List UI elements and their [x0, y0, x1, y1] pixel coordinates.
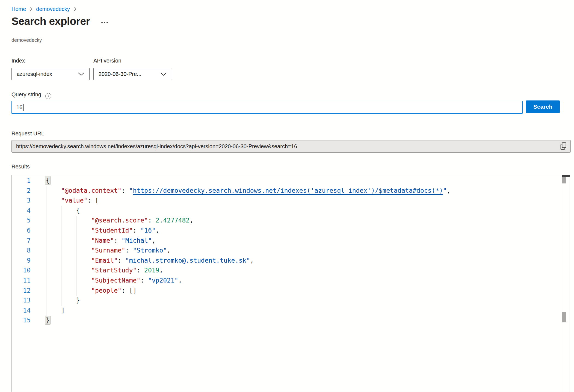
code-line: "Surname": "Stromko", [46, 245, 562, 256]
code-token: , [250, 257, 254, 264]
query-string-label: Query string [11, 91, 41, 97]
code-token [46, 227, 91, 234]
copy-button[interactable] [559, 142, 568, 150]
results-json-editor: 123456789101112131415 { "@odata.context"… [11, 175, 570, 392]
code-token: "SubjectName" [91, 277, 140, 284]
code-token [46, 217, 91, 224]
code-line: "people": [] [46, 286, 562, 296]
code-line: } [46, 295, 562, 305]
search-button[interactable]: Search [526, 100, 560, 113]
request-url-input[interactable] [11, 140, 571, 153]
code-token [46, 277, 91, 284]
code-token: "people" [91, 287, 122, 294]
page-subtitle: demovedecky [11, 37, 42, 43]
query-string-input[interactable] [11, 101, 523, 114]
chevron-down-icon [160, 72, 167, 76]
scrollbar-thumb[interactable] [562, 177, 566, 183]
copy-icon [560, 147, 567, 151]
code-token: : [125, 247, 133, 254]
code-token: "Michal" [122, 237, 152, 244]
code-link[interactable]: https://demovedecky.search.windows.net/i… [133, 187, 443, 194]
code-token: { [45, 176, 50, 185]
code-token: : [ [87, 197, 99, 204]
code-token: , [152, 237, 156, 244]
indent-guide [46, 186, 46, 316]
text-caret [23, 104, 24, 111]
code-token: : [114, 237, 122, 244]
code-line: "value": [ [46, 195, 562, 206]
code-token: "Surname" [91, 247, 125, 254]
code-token: : [148, 217, 156, 224]
chevron-right-icon [73, 7, 76, 11]
line-number: 14 [12, 305, 46, 316]
overview-ruler-bracket-mark [562, 312, 566, 322]
line-number: 8 [12, 245, 46, 256]
code-line: { [46, 206, 562, 216]
api-version-label: API version [93, 58, 121, 64]
line-number: 7 [12, 236, 46, 246]
code-token: "Name" [91, 237, 114, 244]
code-token: , [178, 277, 182, 284]
code-token: : [] [122, 287, 137, 294]
code-token [46, 197, 61, 204]
code-token: , [167, 247, 171, 254]
index-dropdown-value: azuresql-index [17, 71, 52, 77]
info-icon[interactable]: i [45, 93, 51, 99]
breadcrumb-link-home[interactable]: Home [11, 6, 26, 12]
code-token: : [122, 187, 129, 194]
editor-viewport: 123456789101112131415 { "@odata.context"… [12, 175, 562, 392]
code-token: : [133, 227, 141, 234]
code-line: "StartStudy": 2019, [46, 265, 562, 275]
line-number: 11 [12, 275, 46, 286]
line-number: 10 [12, 265, 46, 275]
query-string-label-row: Query stringi [11, 91, 51, 99]
code-token [46, 237, 91, 244]
code-token: "@odata.context" [61, 187, 122, 194]
search-explorer-page: Home demovedecky Search explorer demoved… [0, 0, 574, 392]
code-token: { [46, 207, 80, 214]
breadcrumb-link-service[interactable]: demovedecky [36, 6, 70, 12]
line-number: 1 [12, 176, 46, 186]
code-line: { [46, 176, 562, 186]
line-number: 3 [12, 195, 46, 206]
code-line: "@odata.context": "https://demovedecky.s… [46, 186, 562, 196]
api-version-dropdown[interactable]: 2020-06-30-Pre... [93, 68, 172, 80]
index-label: Index [11, 58, 25, 64]
code-line: "StudentId": "16", [46, 225, 562, 236]
code-token: "vp2021" [148, 277, 178, 284]
code-token: : [140, 277, 148, 284]
line-number: 4 [12, 206, 46, 216]
code-token: : [137, 267, 144, 274]
code-token [46, 287, 91, 294]
code-line: "Email": "michal.stromko@.student.tuke.s… [46, 256, 562, 266]
code-token: "value" [61, 197, 87, 204]
code-token: , [447, 187, 451, 194]
code-line: "Name": "Michal", [46, 236, 562, 246]
code-line: ] [46, 305, 562, 316]
chevron-right-icon [29, 7, 32, 11]
breadcrumb: Home demovedecky [11, 6, 80, 12]
code-token: "StudentId" [91, 227, 133, 234]
indent-guide [76, 216, 76, 296]
page-title: Search explorer [11, 15, 90, 27]
code-token [46, 187, 61, 194]
code-lines[interactable]: { "@odata.context": "https://demovedecky… [46, 176, 562, 392]
index-dropdown[interactable]: azuresql-index [11, 68, 90, 80]
editor-scrollbar [562, 175, 570, 392]
code-line: "@search.score": 2.4277482, [46, 215, 562, 225]
code-token: "Email" [91, 257, 118, 264]
code-token: "michal.stromko@.student.tuke.sk" [125, 257, 250, 264]
ellipsis-dot [104, 22, 105, 23]
code-token: } [45, 316, 50, 324]
request-url-label: Request URL [11, 130, 44, 137]
code-token: } [46, 297, 80, 304]
api-version-dropdown-value: 2020-06-30-Pre... [99, 71, 141, 77]
line-number: 15 [12, 315, 46, 325]
line-number: 12 [12, 286, 46, 296]
line-number: 2 [12, 186, 46, 196]
code-token: : [118, 257, 125, 264]
more-options-button[interactable] [101, 22, 108, 23]
chevron-down-icon [78, 72, 84, 76]
code-token: "StartStudy" [91, 267, 137, 274]
line-number: 6 [12, 225, 46, 236]
